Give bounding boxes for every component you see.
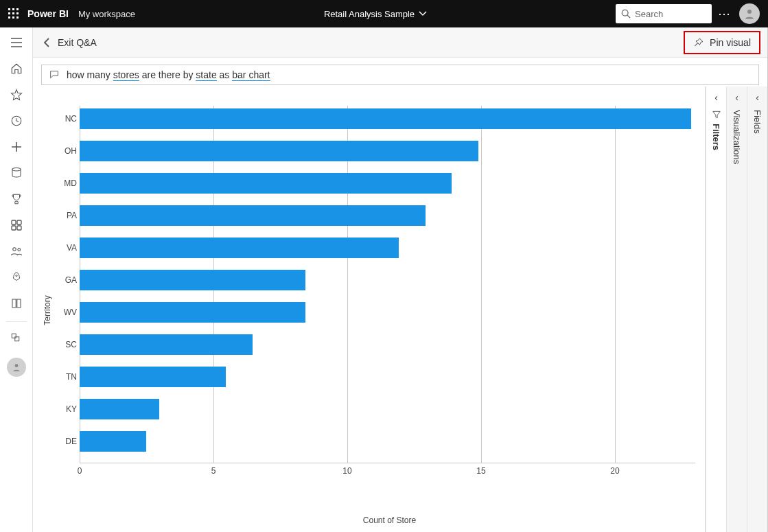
bar[interactable] [80,399,159,419]
profile-avatar[interactable] [739,3,760,24]
y-tick-label: MD [56,173,80,194]
svg-rect-15 [17,220,21,224]
bar[interactable] [80,173,452,194]
svg-rect-22 [14,337,19,341]
svg-point-11 [747,10,752,14]
chevron-left-icon: ‹ [756,92,759,103]
nav-favorites-button[interactable] [3,82,30,107]
home-icon [10,62,23,75]
svg-point-9 [622,10,628,16]
bar-row [80,141,691,161]
x-axis: 05101520 [80,463,695,478]
rocket-icon [10,271,23,284]
svg-rect-6 [8,16,10,19]
nav-shared-button[interactable] [3,239,30,264]
nav-home-button[interactable] [3,56,30,81]
bar[interactable] [80,238,399,258]
more-options-button[interactable]: ⋯ [712,6,736,21]
svg-rect-4 [12,12,14,14]
fields-pane[interactable]: ‹ Fields [747,86,767,532]
nav-datahub-button[interactable] [3,161,30,185]
y-tick-label: OH [56,141,80,161]
chevron-down-icon [419,10,427,18]
search-icon [621,9,631,19]
person-icon [12,362,21,372]
nav-deploy-button[interactable] [3,265,30,290]
bar-row [80,399,691,419]
search-input[interactable]: Search [616,4,712,23]
y-tick-label: PA [56,205,80,226]
bar[interactable] [80,302,305,323]
svg-rect-21 [12,334,16,338]
bar[interactable] [80,431,146,452]
svg-rect-0 [8,8,10,10]
bars-plot: 05101520 [80,106,699,478]
qna-query-input[interactable]: how many stores are there by state as ba… [41,65,759,85]
x-tick-label: 10 [342,466,351,476]
hamburger-icon [11,38,22,47]
workspace-name[interactable]: My workspace [78,9,135,19]
bar-row [80,302,691,323]
bar[interactable] [80,367,226,387]
report-switcher[interactable]: Retail Analysis Sample [324,9,427,19]
fields-pane-label: Fields [752,110,763,134]
database-icon [10,167,23,179]
y-tick-label: NC [56,108,80,129]
svg-point-18 [12,248,16,251]
svg-rect-17 [17,226,21,230]
y-tick-label: GA [56,270,80,290]
report-name: Retail Analysis Sample [324,9,415,19]
nav-learn-button[interactable] [3,291,30,316]
brand-label: Power BI [27,8,69,19]
bar[interactable] [80,108,691,129]
svg-point-19 [17,248,20,251]
chevron-left-icon: ‹ [714,92,718,103]
y-axis-categories: NCOHMDPAVAGAWVSCTNKYDE [56,106,80,463]
y-tick-label: WV [56,302,80,323]
svg-point-13 [12,168,21,172]
workspaces-icon [10,332,23,345]
nav-apps-button[interactable] [3,213,30,238]
star-icon [10,89,23,101]
left-nav [0,27,33,532]
person-icon [743,8,756,20]
chart-area: Territory NCOHMDPAVAGAWVSCTNKYDE 0510152… [33,86,705,532]
exit-qna-label: Exit Q&A [58,37,97,48]
svg-rect-5 [16,12,19,14]
bar-row [80,431,691,452]
side-panes: ‹ Filters ‹ Visualizations ‹ Fields [705,86,767,532]
bar[interactable] [80,334,253,355]
nav-metrics-button[interactable] [3,187,30,211]
bar-row [80,367,691,387]
nav-create-button[interactable] [3,135,30,159]
filters-pane[interactable]: ‹ Filters [706,86,726,532]
subheader: Exit Q&A Pin visual [33,27,767,58]
svg-rect-3 [8,12,10,14]
nav-my-workspace-button[interactable] [7,358,26,377]
svg-rect-16 [12,226,16,230]
exit-qna-button[interactable]: Exit Q&A [43,37,97,48]
svg-line-10 [627,15,630,18]
y-tick-label: SC [56,334,80,355]
x-tick-label: 20 [610,466,619,476]
search-placeholder: Search [635,9,663,19]
clock-icon [10,115,23,127]
pin-visual-button[interactable]: Pin visual [684,31,760,54]
global-header: Power BI My workspace Retail Analysis Sa… [0,0,768,27]
bar[interactable] [80,270,305,290]
svg-rect-2 [16,8,19,10]
pin-visual-label: Pin visual [710,37,751,48]
nav-menu-button[interactable] [3,30,30,55]
nav-recent-button[interactable] [3,108,30,133]
nav-workspaces-button[interactable] [3,326,30,351]
svg-rect-8 [16,16,19,19]
bar[interactable] [80,205,426,226]
svg-point-23 [14,364,18,367]
visualizations-pane[interactable]: ‹ Visualizations [726,86,747,532]
plus-icon [11,141,22,152]
book-icon [10,297,23,310]
bar[interactable] [80,141,478,161]
app-launcher-button[interactable] [0,0,27,27]
svg-point-20 [15,275,16,277]
bar-row [80,270,691,290]
